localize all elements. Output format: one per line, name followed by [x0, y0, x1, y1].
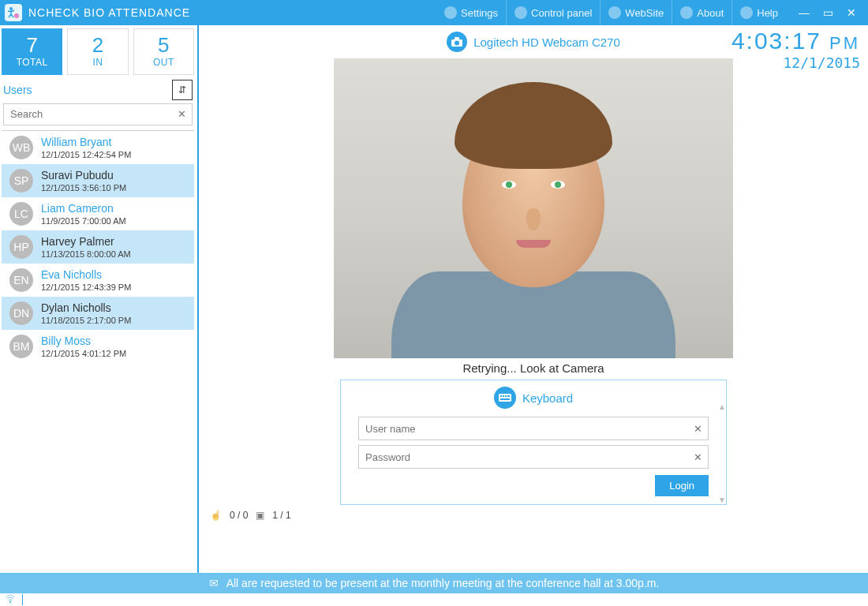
user-name: Dylan Nicholls: [41, 301, 131, 314]
keyboard-icon: [494, 387, 516, 409]
menu-settings-label: Settings: [461, 7, 498, 19]
avatar: EN: [9, 268, 33, 292]
menu-about[interactable]: About: [672, 0, 731, 25]
user-row[interactable]: HPHarvey Palmer11/13/2015 8:00:00 AM: [2, 230, 194, 264]
counter-out-label: OUT: [134, 57, 193, 68]
svg-rect-7: [503, 395, 504, 397]
login-button[interactable]: Login: [655, 475, 709, 496]
top-menu: Settings Control panel WebSite About Hel…: [436, 0, 786, 25]
svg-rect-3: [455, 37, 459, 40]
clear-search-icon[interactable]: ✕: [171, 108, 192, 120]
user-time: 11/13/2015 8:00:00 AM: [41, 249, 131, 259]
menu-control-panel[interactable]: Control panel: [506, 0, 600, 25]
close-button[interactable]: ✕: [840, 0, 863, 25]
avatar: SP: [9, 169, 33, 193]
expand-icon[interactable]: ▼: [718, 496, 726, 504]
user-row[interactable]: SPSuravi Pubudu12/1/2015 3:56:10 PM: [2, 164, 194, 197]
clock-date: 12/1/2015: [731, 54, 860, 71]
keyboard-panel: ▲ Keyboard ✕ ✕ Login ▼: [340, 380, 727, 505]
user-time: 12/1/2015 4:01:12 PM: [41, 349, 126, 358]
app-logo-icon: [5, 4, 22, 21]
main-panel: 4:03:17PM 12/1/2015 Logitech HD Webcam C…: [197, 25, 868, 573]
search-input[interactable]: [4, 104, 171, 125]
user-name: Liam Cameron: [41, 202, 126, 215]
counter-in[interactable]: 2 IN: [67, 28, 128, 75]
avatar: BM: [9, 335, 33, 358]
clock: 4:03:17PM 12/1/2015: [731, 27, 860, 71]
envelope-icon: ✉: [209, 577, 219, 589]
camera-count: 1 / 1: [272, 510, 290, 521]
user-row[interactable]: DNDylan Nicholls11/18/2015 2:17:00 PM: [2, 297, 194, 330]
status-separator: [22, 594, 23, 605]
user-time: 12/1/2015 3:56:10 PM: [41, 183, 126, 193]
password-input[interactable]: [359, 446, 687, 468]
camera-view: [334, 58, 733, 358]
svg-point-1: [14, 13, 19, 18]
user-row[interactable]: BMBilly Moss12/1/2015 4:01:12 PM: [2, 330, 194, 363]
menu-website-label: WebSite: [625, 7, 664, 19]
avatar: LC: [9, 202, 33, 226]
counter-total-label: TOTAL: [2, 57, 62, 68]
user-time: 12/1/2015 12:42:54 PM: [41, 150, 131, 159]
user-time: 11/18/2015 2:17:00 PM: [41, 316, 131, 325]
counter-out-num: 5: [134, 34, 193, 57]
collapse-icon[interactable]: ▲: [718, 402, 726, 411]
settings-icon: [444, 6, 457, 19]
maximize-button[interactable]: ▭: [816, 0, 840, 25]
about-icon: [680, 6, 693, 19]
user-name: Billy Moss: [41, 335, 126, 347]
camera-status: Retrying... Look at Camera: [204, 361, 863, 375]
svg-rect-9: [507, 395, 510, 397]
svg-rect-8: [505, 395, 507, 397]
svg-rect-10: [500, 398, 510, 400]
username-field[interactable]: ✕: [358, 417, 709, 440]
user-name: Harvey Palmer: [41, 235, 131, 248]
counter-total[interactable]: 7 TOTAL: [2, 28, 62, 75]
clear-username-icon[interactable]: ✕: [687, 423, 708, 435]
help-icon: [740, 6, 753, 19]
search-field[interactable]: ✕: [3, 103, 193, 125]
menu-settings[interactable]: Settings: [436, 0, 506, 25]
window-controls: — ▭ ✕: [792, 0, 863, 25]
user-list: WBWilliam Bryant12/1/2015 12:42:54 PMSPS…: [2, 130, 194, 363]
username-input[interactable]: [359, 417, 687, 440]
avatar: WB: [9, 136, 33, 159]
camera-icon: [447, 32, 467, 52]
title-bar: NCHECK BIO ATTENDANCE Settings Control p…: [0, 0, 868, 25]
camera-name: Logitech HD Webcam C270: [473, 36, 620, 49]
password-field[interactable]: ✕: [358, 445, 709, 469]
svg-point-4: [455, 41, 459, 46]
svg-point-11: [9, 601, 11, 603]
counter-out[interactable]: 5 OUT: [133, 28, 194, 75]
user-row[interactable]: ENEva Nicholls12/1/2015 12:43:39 PM: [2, 264, 194, 297]
announcement-text: All are requested to be present at the m…: [226, 577, 660, 589]
app-title: NCHECK BIO ATTENDANCE: [28, 6, 190, 19]
user-name: Eva Nicholls: [41, 268, 131, 281]
users-heading: Users: [3, 84, 32, 96]
counter-total-num: 7: [2, 34, 62, 57]
user-row[interactable]: WBWilliam Bryant12/1/2015 12:42:54 PM: [2, 131, 194, 164]
clock-ampm: PM: [829, 33, 860, 53]
sidebar: 7 TOTAL 2 IN 5 OUT Users ⇵ ✕ WBWilliam B…: [0, 25, 197, 573]
avatar: HP: [9, 235, 33, 259]
counter-in-num: 2: [68, 34, 127, 57]
counters: 7 TOTAL 2 IN 5 OUT: [2, 28, 194, 75]
sort-icon: ⇵: [178, 84, 186, 95]
user-row[interactable]: LCLiam Cameron11/9/2015 7:00:00 AM: [2, 197, 194, 230]
menu-help-label: Help: [757, 7, 778, 19]
menu-website[interactable]: WebSite: [600, 0, 672, 25]
user-time: 12/1/2015 12:43:39 PM: [41, 282, 131, 292]
menu-help[interactable]: Help: [731, 0, 786, 25]
fingerprint-count: 0 / 0: [230, 510, 248, 521]
svg-rect-5: [499, 394, 511, 402]
avatar: DN: [9, 301, 33, 325]
svg-point-0: [9, 7, 13, 10]
control-panel-icon: [514, 6, 527, 19]
fingerprint-icon: ☝: [210, 510, 222, 521]
sort-button[interactable]: ⇵: [172, 80, 193, 100]
user-name: William Bryant: [41, 136, 131, 148]
svg-rect-6: [500, 395, 502, 397]
counter-in-label: IN: [68, 57, 127, 68]
clear-password-icon[interactable]: ✕: [687, 451, 708, 463]
minimize-button[interactable]: —: [792, 0, 816, 25]
